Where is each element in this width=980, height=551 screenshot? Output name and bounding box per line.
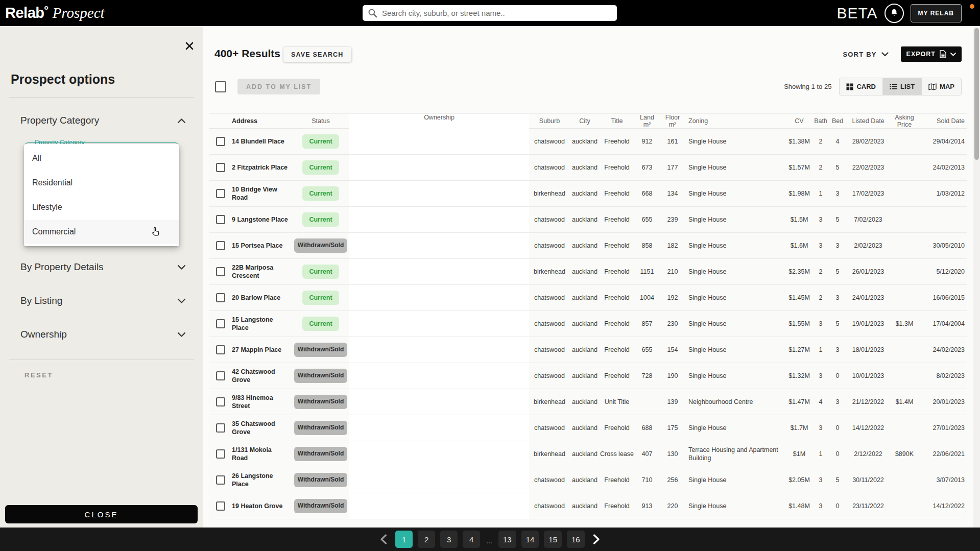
recording-indicator-dot xyxy=(970,4,974,9)
cell-land: 668 xyxy=(634,189,660,198)
cell-address: 20 Barlow Place xyxy=(232,294,292,302)
scrollbar-thumb[interactable] xyxy=(974,28,979,160)
status-badge: Withdrawn/Sold xyxy=(294,395,348,409)
cell-bed: 3 xyxy=(829,189,846,198)
section-by-listing[interactable]: By Listing xyxy=(20,295,186,306)
notifications-button[interactable] xyxy=(885,4,904,23)
row-checkbox[interactable] xyxy=(216,423,225,433)
cell-status: Current xyxy=(292,265,349,279)
page-button-3[interactable]: 3 xyxy=(440,531,458,548)
cell-status: Current xyxy=(292,291,349,305)
cell-bath: 2 xyxy=(812,137,829,146)
cell-ownership xyxy=(349,233,529,258)
cell-floor: 210 xyxy=(660,268,685,276)
cell-bed: 0 xyxy=(829,450,846,458)
select-all-checkbox[interactable] xyxy=(215,81,226,92)
cell-bed: 5 xyxy=(829,215,846,224)
cell-city: auckland xyxy=(570,476,600,484)
cell-land: 1004 xyxy=(634,294,660,302)
status-badge: Withdrawn/Sold xyxy=(294,369,348,383)
cell-sold: 17/04/2004 xyxy=(918,320,967,328)
export-button[interactable]: EXPORT xyxy=(901,46,962,62)
prospect-options-panel: Prospect options Property Category Prope… xyxy=(0,26,203,528)
status-badge: Current xyxy=(302,134,339,149)
cell-suburb: chatswood xyxy=(529,294,570,302)
bell-icon xyxy=(889,8,899,18)
cell-sold: 24/02/2023 xyxy=(918,346,967,354)
row-checkbox[interactable] xyxy=(216,449,225,459)
row-checkbox[interactable] xyxy=(216,319,225,328)
row-checkbox[interactable] xyxy=(216,345,225,354)
next-page-button[interactable] xyxy=(590,534,603,544)
cell-status: Withdrawn/Sold xyxy=(292,473,349,487)
row-checkbox[interactable] xyxy=(216,293,225,302)
cell-land: 912 xyxy=(634,137,660,146)
cell-sold: 24/02/2013 xyxy=(918,163,967,172)
page-button-15[interactable]: 15 xyxy=(544,531,562,548)
section-ownership[interactable]: Ownership xyxy=(20,329,186,340)
cell-suburb: chatswood xyxy=(529,320,570,328)
section-by-property-details[interactable]: By Property Details xyxy=(20,261,186,273)
page-button-14[interactable]: 14 xyxy=(521,531,539,548)
page-button-2[interactable]: 2 xyxy=(418,531,435,548)
cell-bath: 2 xyxy=(812,294,829,302)
page-button-1[interactable]: 1 xyxy=(395,531,413,548)
cell-sold: 5/12/2020 xyxy=(918,268,967,276)
sort-by-dropdown[interactable]: SORT BY xyxy=(843,51,888,58)
scrollbar-track[interactable] xyxy=(973,26,980,528)
cell-floor: 130 xyxy=(660,450,685,458)
row-checkbox[interactable] xyxy=(216,189,225,198)
cell-status: Current xyxy=(292,160,349,175)
view-toggle-map[interactable]: MAP xyxy=(921,78,961,95)
row-checkbox-cell xyxy=(209,163,232,172)
cell-bed: 3 xyxy=(829,242,846,250)
table-row: 22B Mariposa CrescentCurrentbirkenheadau… xyxy=(209,259,967,285)
row-checkbox[interactable] xyxy=(216,241,225,250)
page-button-16[interactable]: 16 xyxy=(567,531,585,548)
previous-page-button[interactable] xyxy=(377,534,390,544)
search-bar[interactable] xyxy=(363,5,617,21)
row-checkbox[interactable] xyxy=(216,475,225,485)
row-checkbox[interactable] xyxy=(216,501,225,511)
save-search-button[interactable]: SAVE SEARCH xyxy=(283,47,351,62)
row-checkbox[interactable] xyxy=(216,397,225,406)
cell-floor: 192 xyxy=(660,294,685,302)
row-checkbox[interactable] xyxy=(216,163,225,172)
cell-land: 1151 xyxy=(634,268,660,276)
add-to-my-list-button[interactable]: ADD TO MY LIST xyxy=(237,79,320,94)
cell-status: Current xyxy=(292,317,349,331)
cell-suburb: chatswood xyxy=(529,215,570,224)
cell-address: 9 Langstone Place xyxy=(232,215,292,224)
view-toggle-card[interactable]: CARD xyxy=(840,78,882,95)
cell-bed: 5 xyxy=(829,320,846,328)
cell-ownership xyxy=(349,207,529,232)
search-input[interactable] xyxy=(382,9,612,17)
view-toggle-list[interactable]: LIST xyxy=(882,78,921,95)
row-checkbox[interactable] xyxy=(216,267,225,276)
category-option-all[interactable]: All xyxy=(24,146,179,171)
cell-address: 22B Mariposa Crescent xyxy=(232,263,292,280)
row-checkbox[interactable] xyxy=(216,371,225,380)
column-header-status: Status xyxy=(292,117,349,125)
category-option-lifestyle[interactable]: Lifestyle xyxy=(24,195,179,220)
cell-cv: $1.32M xyxy=(786,372,812,380)
close-icon[interactable] xyxy=(184,41,195,52)
reset-button[interactable]: RESET xyxy=(25,371,53,379)
cell-title: Freehold xyxy=(600,346,634,354)
cell-asking: $1.4M xyxy=(891,398,918,406)
page-button-13[interactable]: 13 xyxy=(498,531,516,548)
my-relab-button[interactable]: MY RELAB xyxy=(911,4,962,22)
cell-floor: 161 xyxy=(660,137,685,146)
page-button-4[interactable]: 4 xyxy=(463,531,480,548)
cell-suburb: birkenhead xyxy=(529,268,570,276)
cell-land: 857 xyxy=(634,320,660,328)
category-option-residential[interactable]: Residential xyxy=(24,171,179,195)
close-panel-button[interactable]: CLOSE xyxy=(5,505,198,523)
cell-zoning: Single House xyxy=(685,502,786,510)
row-checkbox[interactable] xyxy=(216,137,225,146)
column-header-bed: Bed xyxy=(829,117,846,125)
row-checkbox[interactable] xyxy=(216,215,225,224)
cell-cv: $2.35M xyxy=(786,268,812,276)
section-property-category[interactable]: Property Category xyxy=(20,115,186,126)
cell-cv: $1.5M xyxy=(786,215,812,224)
